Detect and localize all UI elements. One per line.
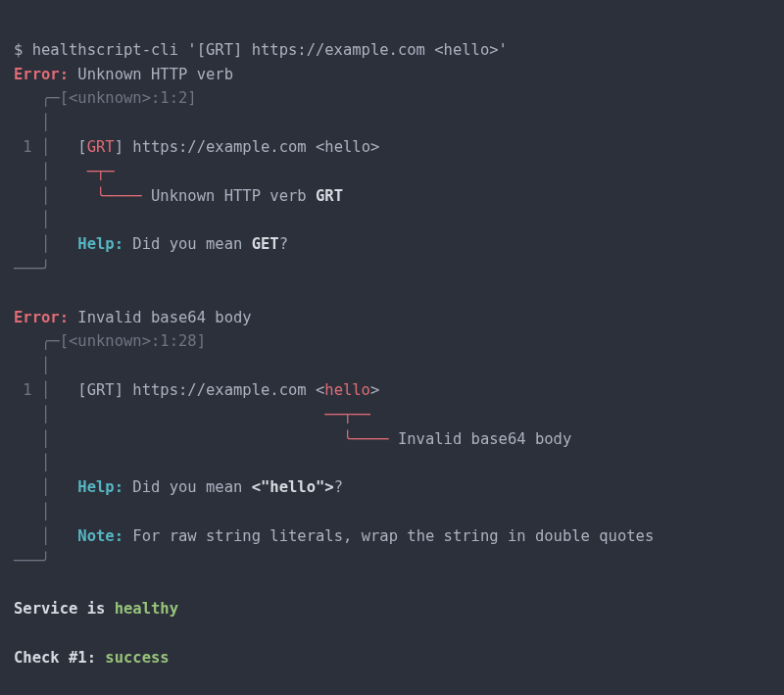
error-title: Unknown HTTP verb — [77, 66, 233, 83]
line-number: 1 │ — [14, 381, 50, 399]
check-status-line: Check #1: success — [14, 649, 170, 667]
pointer-arrow: ╰──── — [343, 430, 398, 448]
help-label: Help: — [77, 235, 123, 253]
command-arg: '[GRT] https://example.com <hello>' — [187, 41, 508, 59]
error-label: Error: — [14, 66, 69, 83]
terminal-output: $ healthscript-cli '[GRT] https://exampl… — [0, 0, 784, 688]
pointer-arrow: ╰──── — [96, 187, 151, 205]
gutter-line: │ — [14, 357, 50, 374]
pointer-line-1: │ ─┬─ — [14, 163, 115, 180]
help-suggestion: GET — [252, 235, 279, 253]
check-status: success — [105, 649, 169, 667]
block-end-1: ───╯ — [14, 260, 50, 277]
service-status: healthy — [115, 600, 178, 618]
error-label: Error: — [14, 309, 69, 326]
pointer-msg-1: │ ╰──── Unknown HTTP verb GRT — [14, 187, 343, 205]
error-title: Invalid base64 body — [77, 309, 251, 326]
line-number: 1 │ — [14, 138, 50, 156]
command-bin: healthscript-cli — [32, 41, 188, 59]
highlight-verb: GRT — [87, 138, 115, 156]
help-line-2: │ Help: Did you mean <"hello">? — [14, 478, 343, 496]
note-line-2: │ Note: For raw string literals, wrap th… — [14, 527, 654, 545]
code-line-2: 1 │ [GRT] https://example.com <hello> — [14, 381, 379, 399]
code-line-1: 1 │ [GRT] https://example.com <hello> — [14, 138, 379, 156]
command-line: $ healthscript-cli '[GRT] https://exampl… — [14, 41, 508, 59]
block-end-2: ───╯ — [14, 552, 50, 570]
gutter-line: │ — [14, 503, 50, 521]
note-label: Note: — [77, 527, 123, 545]
help-line-1: │ Help: Did you mean GET? — [14, 235, 288, 253]
source-location: [<unknown>:1:2] — [60, 89, 197, 107]
error-2-header: Error: Invalid base64 body — [14, 309, 252, 326]
pointer-line-2: │ ──┬── — [14, 406, 370, 423]
gutter-line: │ — [14, 114, 50, 131]
service-status-line: Service is healthy — [14, 600, 178, 618]
help-suggestion: <"hello"> — [252, 478, 334, 496]
error-1-loc: ╭─[<unknown>:1:2] — [14, 89, 197, 107]
source-location: [<unknown>:1:28] — [60, 332, 206, 350]
highlight-body: hello — [324, 381, 370, 399]
gutter-line: │ — [14, 454, 50, 472]
gutter-line: │ — [14, 211, 50, 228]
pointer-msg-2: │ ╰──── Invalid base64 body — [14, 430, 571, 448]
error-2-loc: ╭─[<unknown>:1:28] — [14, 332, 206, 350]
error-1-header: Error: Unknown HTTP verb — [14, 66, 233, 83]
help-label: Help: — [77, 478, 123, 496]
pointer-underline: ─┬─ — [87, 163, 115, 180]
pointer-underline: ──┬── — [324, 406, 370, 423]
prompt-dollar: $ — [14, 41, 32, 59]
